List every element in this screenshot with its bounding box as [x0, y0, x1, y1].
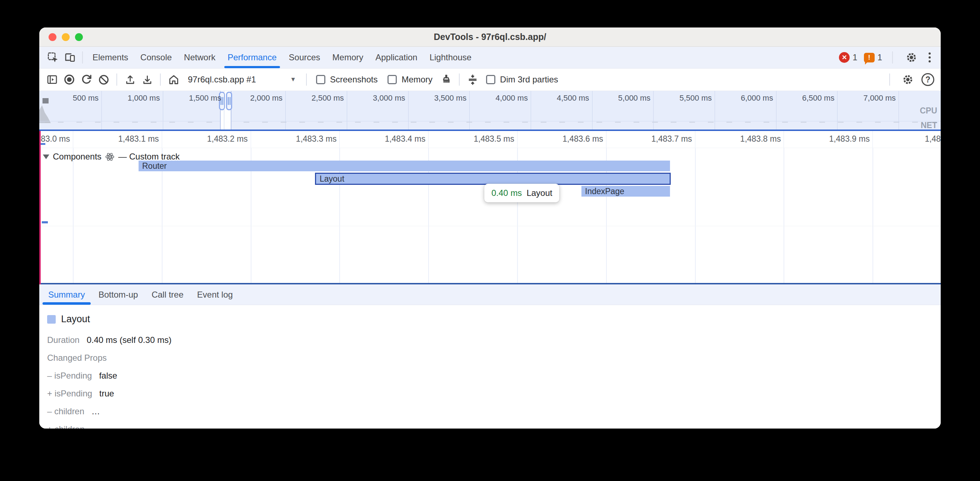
ruler-gridline — [162, 131, 162, 148]
tab-lighthouse[interactable]: Lighthouse — [423, 47, 477, 68]
target-selector-dropdown[interactable]: 97r6ql.csb.app #1 ▼ — [182, 71, 302, 88]
overview-gridline — [592, 91, 592, 130]
ruler-tick-label: 1,483.3 ms — [272, 134, 336, 144]
checkbox-box[interactable] — [486, 75, 495, 84]
tab-bottom-up[interactable]: Bottom-up — [92, 284, 145, 305]
memory-checkbox[interactable]: Memory — [388, 75, 433, 84]
minimize-window-button[interactable] — [62, 33, 70, 41]
error-count-badge[interactable]: ✕ 1 — [839, 52, 857, 63]
ruler-tick-label: 1,483.8 ms — [716, 134, 781, 144]
tab-call-tree[interactable]: Call tree — [145, 284, 190, 305]
overview-tick-label: 4,000 ms — [471, 94, 528, 103]
ruler-tick-label: 1,483.0 ms — [39, 134, 70, 144]
expandable-ellipsis[interactable]: … — [91, 406, 100, 416]
memory-label: Memory — [401, 75, 433, 84]
tab-memory[interactable]: Memory — [326, 47, 370, 68]
overview-tick-label: 3,500 ms — [409, 94, 466, 103]
device-toolbar-icon[interactable] — [61, 49, 79, 66]
issues-count-badge[interactable]: ! 1 — [864, 52, 882, 62]
flame-gridline — [872, 148, 873, 283]
collapse-tracks-icon[interactable] — [464, 71, 481, 88]
tab-application[interactable]: Application — [369, 47, 423, 68]
overview-tick-label: 4,500 ms — [532, 94, 589, 103]
issues-count: 1 — [878, 52, 882, 62]
divider — [306, 73, 307, 86]
collect-garbage-icon[interactable] — [438, 71, 455, 88]
main-tab-bar: Elements Console Network Performance Sou… — [39, 47, 941, 68]
overview-tick-label: 1,500 ms — [164, 94, 221, 103]
summary-row-duration: Duration0.40 ms (self 0.30 ms) — [47, 335, 941, 345]
track-suffix: — Custom track — [118, 152, 180, 162]
inspect-element-icon[interactable] — [44, 49, 61, 66]
help-icon[interactable]: ? — [921, 73, 934, 86]
ruler-gridline — [251, 131, 251, 148]
flame-chart[interactable]: Components — Custom track Router Layout … — [39, 148, 941, 284]
close-window-button[interactable] — [49, 33, 56, 41]
checkbox-box[interactable] — [316, 75, 325, 84]
divider — [82, 51, 83, 63]
download-profile-icon[interactable] — [138, 71, 156, 88]
cpu-activity-shape — [39, 105, 56, 123]
ruler-gridline — [784, 131, 784, 148]
tab-console[interactable]: Console — [134, 47, 178, 68]
track-separator-line — [39, 226, 941, 226]
overview-gridline — [163, 91, 163, 130]
cpu-track-label: CPU — [920, 106, 937, 116]
dim-3rd-parties-checkbox[interactable]: Dim 3rd parties — [486, 75, 558, 84]
overview-gridline — [714, 91, 715, 130]
capture-settings-gear-icon[interactable] — [899, 71, 916, 88]
flame-tooltip: 0.40 ms Layout — [484, 184, 559, 202]
zoom-window-button[interactable] — [75, 33, 83, 41]
clear-icon[interactable] — [95, 71, 112, 88]
overview-gridline — [102, 91, 102, 130]
live-metrics-home-icon[interactable] — [165, 71, 182, 88]
flame-bar-layout[interactable]: Layout — [315, 173, 671, 185]
summary-title: Layout — [61, 314, 90, 325]
components-track-header[interactable]: Components — Custom track — [43, 152, 180, 162]
ruler-gridline — [428, 131, 429, 148]
ruler-gridline — [695, 131, 695, 148]
net-track-label: NET — [921, 121, 937, 130]
expandable-ellipsis[interactable]: … — [92, 424, 100, 429]
error-count: 1 — [853, 52, 857, 62]
upload-profile-icon[interactable] — [121, 71, 138, 88]
ruler-tick-label: 1,484 ms — [894, 134, 941, 144]
record-icon[interactable] — [61, 71, 78, 88]
overview-gridline — [285, 91, 286, 130]
checkbox-box[interactable] — [388, 75, 397, 84]
overview-tick-label: 6,000 ms — [716, 94, 773, 103]
ruler-gridline — [517, 131, 517, 148]
overview-tick-label: 3,000 ms — [348, 94, 406, 103]
tab-summary[interactable]: Summary — [41, 284, 92, 305]
tooltip-label: Layout — [527, 188, 552, 198]
flame-bar-indexpage[interactable]: IndexPage — [581, 186, 670, 197]
collapse-triangle-icon[interactable] — [43, 154, 49, 159]
target-selector-value: 97r6ql.csb.app #1 — [188, 75, 256, 84]
overview-gridline — [653, 91, 654, 130]
flame-gridline — [784, 148, 784, 283]
tab-sources[interactable]: Sources — [283, 47, 326, 68]
event-color-swatch — [47, 315, 56, 324]
timeline-overview[interactable]: CPU NET 500 ms1,000 ms1,500 ms2,000 ms2,… — [39, 91, 941, 131]
tab-event-log[interactable]: Event log — [190, 284, 240, 305]
title-bar: DevTools - 97r6ql.csb.app/ — [39, 27, 941, 47]
toggle-sidebar-icon[interactable] — [44, 71, 61, 88]
react-atom-icon — [105, 152, 115, 162]
summary-row-ispending-old: – isPendingfalse — [47, 370, 941, 381]
error-icon: ✕ — [839, 52, 850, 63]
flame-bar-router[interactable]: Router — [138, 160, 670, 171]
more-options-kebab-icon[interactable] — [926, 50, 933, 65]
divider — [892, 51, 893, 63]
screenshots-checkbox[interactable]: Screenshots — [316, 75, 377, 84]
summary-row-ispending-new: + isPendingtrue — [47, 388, 941, 399]
tab-performance[interactable]: Performance — [221, 47, 283, 68]
track-name: Components — [53, 152, 102, 162]
record-and-reload-icon[interactable] — [78, 71, 95, 88]
tab-elements[interactable]: Elements — [86, 47, 134, 68]
summary-row-changed-props: Changed Props — [47, 352, 941, 363]
active-tab-underline — [43, 302, 91, 305]
ruler-gridline — [606, 131, 606, 148]
tab-network[interactable]: Network — [178, 47, 221, 68]
ruler-tick-label: 1,483.9 ms — [805, 134, 870, 144]
settings-gear-icon[interactable] — [903, 49, 920, 66]
